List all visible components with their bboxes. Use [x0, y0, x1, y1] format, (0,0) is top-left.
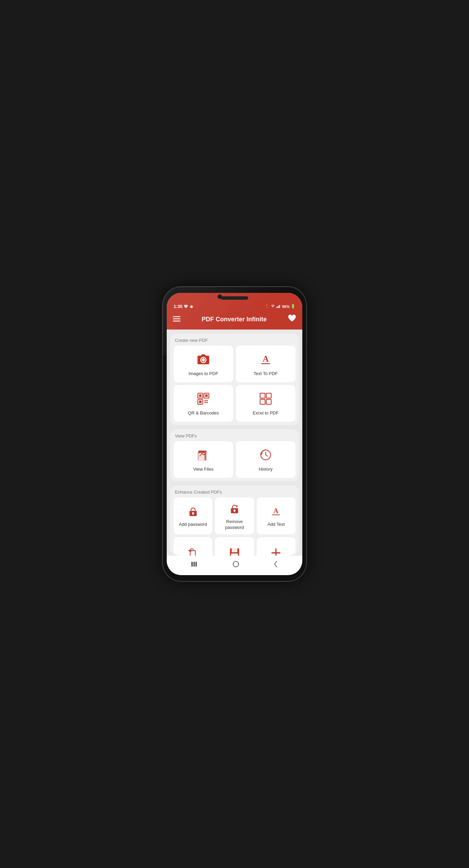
plus-icon — [271, 548, 281, 556]
more-button[interactable] — [257, 537, 295, 556]
save-icon — [229, 548, 240, 556]
nav-home-button[interactable] — [228, 559, 244, 571]
create-pdf-label: Create new PDF — [174, 337, 295, 346]
create-pdf-grid: Images to PDF A Text To PDF — [174, 346, 295, 422]
phone-screen: 1:35 🤍 ⏰ 📍 — [167, 293, 302, 575]
speaker — [221, 296, 248, 300]
view-pdfs-label: View PDFs — [174, 433, 295, 441]
rotate-icon — [188, 548, 198, 556]
svg-rect-0 — [276, 307, 277, 308]
view-pdfs-section: View PDFs — [170, 429, 299, 481]
wifi-icon — [270, 305, 275, 309]
svg-point-28 — [202, 453, 203, 454]
svg-rect-48 — [233, 561, 239, 567]
rotate-button[interactable] — [174, 537, 212, 556]
history-label: History — [259, 467, 272, 472]
svg-rect-17 — [205, 402, 206, 403]
svg-text:A: A — [263, 354, 269, 363]
add-text-icon: A — [271, 506, 281, 518]
status-bar: 1:35 🤍 ⏰ 📍 — [167, 301, 302, 311]
heart-status-icon: 🤍 — [184, 305, 188, 308]
history-button[interactable]: History — [236, 441, 295, 478]
svg-rect-3 — [279, 305, 280, 308]
alarm-icon: ⏰ — [189, 305, 193, 308]
svg-rect-14 — [199, 400, 201, 403]
svg-rect-47 — [195, 562, 197, 567]
add-text-label: Add Text — [267, 522, 284, 528]
svg-rect-6 — [173, 321, 180, 322]
text-icon: A — [259, 353, 272, 368]
lock-icon — [188, 506, 198, 518]
svg-rect-33 — [192, 513, 193, 515]
bottom-nav — [167, 556, 302, 575]
text-to-pdf-label: Text To PDF — [254, 371, 278, 377]
app-title: PDF Converter Infinite — [202, 316, 267, 323]
excel-to-pdf-label: Excel to PDF — [253, 410, 279, 416]
location-icon: 📍 — [265, 304, 269, 309]
view-pdfs-grid: View Files History — [174, 441, 295, 478]
menu-button[interactable] — [173, 315, 180, 323]
status-time: 1:35 🤍 ⏰ — [174, 304, 193, 309]
add-password-label: Add password — [179, 522, 207, 528]
signal-icon — [276, 305, 281, 309]
grid-icon — [259, 393, 272, 407]
qr-barcodes-label: QR & Barcodes — [188, 410, 219, 416]
view-files-button[interactable]: View Files — [174, 441, 233, 478]
svg-rect-19 — [260, 393, 265, 398]
app-header: PDF Converter Infinite — [167, 311, 302, 330]
qr-barcodes-button[interactable]: QR & Barcodes — [174, 385, 233, 422]
text-to-pdf-button[interactable]: A Text To PDF — [236, 346, 295, 382]
history-icon — [259, 449, 272, 463]
svg-rect-16 — [206, 400, 208, 401]
svg-rect-20 — [266, 393, 271, 398]
view-files-icon — [197, 449, 210, 463]
battery-display: 96% — [282, 305, 290, 309]
battery-icon: 🔋 — [291, 304, 295, 309]
excel-to-pdf-button[interactable]: Excel to PDF — [236, 385, 295, 422]
svg-text:A: A — [274, 507, 279, 514]
save-button[interactable] — [215, 537, 254, 556]
add-password-button[interactable]: Add password — [174, 497, 212, 535]
nav-back-button[interactable] — [269, 559, 282, 571]
svg-rect-15 — [205, 400, 206, 401]
camera-icon — [197, 353, 210, 368]
status-icons: 📍 96% 🔋 — [265, 304, 295, 309]
svg-rect-5 — [173, 318, 180, 319]
svg-rect-36 — [234, 510, 235, 512]
svg-rect-21 — [260, 399, 265, 404]
svg-rect-22 — [266, 399, 271, 404]
svg-rect-45 — [191, 562, 193, 567]
unlock-icon — [229, 504, 240, 516]
enhance-pdfs-label: Enhance Created PDFs — [174, 489, 295, 497]
images-to-pdf-label: Images to PDF — [189, 371, 218, 377]
time-display: 1:35 — [174, 304, 182, 309]
add-text-button[interactable]: A Add Text — [257, 497, 295, 535]
view-files-label: View Files — [193, 467, 213, 472]
remove-password-label: Remove password — [217, 519, 252, 531]
svg-rect-13 — [205, 394, 207, 397]
main-content: Create new PDF Images to PDF — [167, 330, 302, 556]
qr-icon — [197, 393, 210, 407]
svg-rect-12 — [199, 394, 201, 397]
svg-rect-4 — [173, 316, 180, 317]
phone-device: 1:35 🤍 ⏰ 📍 — [163, 287, 306, 581]
enhance-pdfs-grid: Add password Remove pass — [174, 497, 295, 556]
volume-button — [306, 342, 306, 359]
svg-rect-2 — [278, 306, 279, 308]
remove-password-button[interactable]: Remove password — [215, 497, 254, 535]
images-to-pdf-button[interactable]: Images to PDF — [174, 346, 233, 382]
nav-menu-button[interactable] — [187, 560, 202, 570]
enhance-pdfs-section: Enhance Created PDFs Add password — [170, 485, 299, 556]
svg-rect-1 — [277, 306, 278, 308]
create-pdf-section: Create new PDF Images to PDF — [170, 334, 299, 425]
svg-rect-41 — [232, 548, 238, 553]
favorite-button[interactable] — [288, 314, 296, 324]
svg-rect-46 — [193, 562, 195, 567]
svg-rect-18 — [206, 402, 208, 403]
